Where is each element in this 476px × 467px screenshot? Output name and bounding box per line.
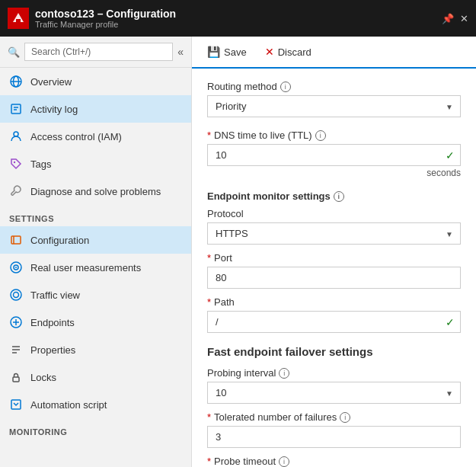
title-bar: contoso123 – Configuration Traffic Manag… — [0, 0, 476, 37]
path-required-star: * — [207, 296, 211, 308]
tolerated-failures-label: * Tolerated number of failures i — [207, 411, 461, 423]
toolbar: 💾 Save ✕ Discard — [192, 37, 476, 69]
probing-interval-select[interactable]: 10 30 — [207, 382, 461, 404]
rum-icon — [9, 261, 23, 274]
port-label: * Port — [207, 252, 461, 264]
svg-rect-1 — [16, 19, 21, 22]
monitoring-section-label: MONITORING — [0, 418, 191, 440]
sidebar-item-locks-label: Locks — [30, 372, 56, 383]
port-required-star: * — [207, 252, 211, 264]
tolerated-failures-input[interactable] — [207, 426, 461, 448]
discard-label: Discard — [278, 46, 311, 58]
endpoint-monitor-label: Endpoint monitor settings i — [207, 190, 461, 202]
sidebar-item-properties[interactable]: Properties — [0, 336, 191, 363]
svg-point-8 — [14, 132, 18, 136]
port-group: * Port — [207, 252, 461, 289]
properties-icon — [9, 343, 23, 357]
routing-method-select-wrapper: Priority Weighted Performance Geographic — [207, 95, 461, 117]
dns-required-star: * — [207, 130, 211, 141]
svg-point-15 — [11, 289, 21, 300]
discard-button[interactable]: ✕ Discard — [262, 44, 315, 59]
svg-rect-5 — [11, 104, 21, 114]
probe-timeout-group: * Probe timeout i ✓ seconds — [207, 456, 461, 467]
svg-rect-23 — [13, 377, 19, 382]
sidebar-item-overview[interactable]: Overview — [0, 68, 191, 95]
dns-ttl-label: * DNS time to live (TTL) i — [207, 130, 461, 141]
traffic-icon — [9, 288, 23, 302]
dns-ttl-input[interactable] — [207, 144, 461, 166]
probing-interval-select-wrapper: 10 30 — [207, 382, 461, 404]
routing-method-label: Routing method i — [207, 81, 461, 92]
sidebar-item-diagnose[interactable]: Diagnose and solve problems — [0, 178, 191, 205]
activity-icon — [9, 102, 23, 116]
tag-icon — [9, 157, 23, 171]
script-icon — [9, 398, 23, 411]
routing-method-select[interactable]: Priority Weighted Performance Geographic — [207, 95, 461, 117]
protocol-select-wrapper: HTTPS HTTP TCP — [207, 222, 461, 245]
routing-method-group: Routing method i Priority Weighted Perfo… — [207, 81, 461, 117]
sidebar-item-traffic-view[interactable]: Traffic view — [0, 281, 191, 309]
path-group: * Path ✓ — [207, 296, 461, 333]
tolerated-required-star: * — [207, 411, 211, 423]
main-layout: 🔍 « Overview Activity log — [0, 37, 476, 467]
probing-interval-info-icon: i — [279, 368, 289, 379]
path-input-wrapper: ✓ — [207, 311, 461, 333]
sidebar-item-overview-label: Overview — [30, 76, 72, 88]
tolerated-failures-info-icon: i — [340, 412, 350, 423]
endpoint-monitor-info-icon: i — [334, 191, 344, 202]
dns-ttl-unit: seconds — [207, 168, 461, 178]
sidebar-item-real-user[interactable]: Real user measurements — [0, 254, 191, 281]
protocol-group: Protocol HTTPS HTTP TCP — [207, 208, 461, 245]
path-input[interactable] — [207, 311, 461, 333]
probe-required-star: * — [207, 456, 211, 467]
port-input[interactable] — [207, 267, 461, 289]
protocol-select[interactable]: HTTPS HTTP TCP — [207, 222, 461, 245]
window-subtitle: Traffic Manager profile — [35, 20, 442, 29]
probing-interval-group: Probing interval i 10 30 — [207, 367, 461, 404]
fast-endpoint-label: Fast endpoint failover settings — [207, 345, 461, 358]
tolerated-failures-group: * Tolerated number of failures i — [207, 411, 461, 448]
close-button[interactable]: ✕ — [460, 13, 468, 24]
svg-point-16 — [14, 293, 19, 298]
sidebar-item-automation[interactable]: Automation script — [0, 391, 191, 418]
path-label: * Path — [207, 296, 461, 308]
probe-timeout-label: * Probe timeout i — [207, 456, 461, 467]
search-bar: 🔍 « — [0, 37, 191, 68]
sidebar-item-automation-label: Automation script — [30, 399, 107, 411]
save-button[interactable]: 💾 Save — [204, 44, 250, 59]
port-input-wrapper — [207, 267, 461, 289]
sidebar-item-configuration-label: Configuration — [30, 235, 89, 246]
svg-point-9 — [14, 162, 15, 163]
tolerated-failures-input-wrapper — [207, 426, 461, 448]
endpoints-icon — [9, 315, 23, 329]
sidebar-item-diagnose-label: Diagnose and solve problems — [30, 186, 161, 197]
sidebar-item-properties-label: Properties — [30, 344, 75, 356]
lock-icon — [9, 370, 23, 384]
sidebar-item-endpoints[interactable]: Endpoints — [0, 309, 191, 336]
sidebar-item-real-user-label: Real user measurements — [30, 262, 141, 273]
globe-icon — [9, 75, 23, 88]
sidebar-item-access-control[interactable]: Access control (IAM) — [0, 123, 191, 150]
settings-section-label: SETTINGS — [0, 205, 191, 226]
svg-point-14 — [15, 267, 17, 268]
pin-button[interactable]: 📌 — [442, 13, 454, 24]
sidebar-item-tags[interactable]: Tags — [0, 150, 191, 178]
collapse-button[interactable]: « — [177, 46, 184, 58]
config-icon — [9, 233, 23, 247]
search-input[interactable] — [24, 43, 173, 61]
dns-ttl-group: * DNS time to live (TTL) i ✓ seconds — [207, 130, 461, 178]
sidebar-item-configuration[interactable]: Configuration — [0, 226, 191, 254]
sidebar-item-activity-log[interactable]: Activity log — [0, 95, 191, 123]
sidebar-item-locks[interactable]: Locks — [0, 363, 191, 391]
dns-ttl-input-wrapper: ✓ — [207, 144, 461, 166]
sidebar-item-endpoints-label: Endpoints — [30, 317, 75, 328]
routing-method-info-icon: i — [280, 82, 291, 92]
save-label: Save — [224, 46, 247, 58]
sidebar-item-activity-log-label: Activity log — [30, 104, 78, 115]
window-title: contoso123 – Configuration — [35, 8, 442, 20]
protocol-label: Protocol — [207, 208, 461, 219]
sidebar-nav: Overview Activity log Access control (IA… — [0, 68, 191, 467]
discard-icon: ✕ — [265, 46, 274, 58]
fast-endpoint-group: Fast endpoint failover settings Probing … — [207, 345, 461, 467]
search-icon: 🔍 — [8, 46, 20, 58]
